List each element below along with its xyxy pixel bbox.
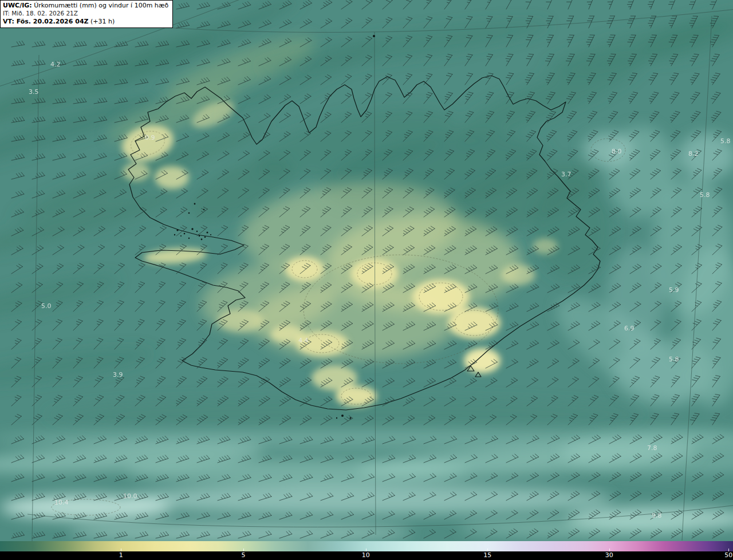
map-value-label: 5.0 (41, 302, 52, 310)
colorbar-tick-label: 1 (119, 551, 123, 559)
model-name: UWC/IG: (3, 2, 32, 9)
colorbar-tick-label: 10 (362, 551, 370, 559)
map-value-label: 5.8 (720, 137, 731, 145)
weather-map-app: 4.23.50.98.08.25.83.75.85.96.95.85.04.43… (0, 0, 733, 560)
map-value-label: 10.4 (54, 499, 69, 506)
map-value-label: 4.4 (298, 337, 309, 344)
valid-time: VT: Fös. 20.02.2026 04Z (3, 18, 89, 25)
map-value-label: 0.9 (145, 134, 155, 141)
map-value-label: 3.7 (561, 171, 572, 178)
valid-time-line: VT: Fös. 20.02.2026 04Z (+31 h) (3, 18, 168, 26)
colorbar-tick-label: 15 (483, 551, 491, 559)
map-value-label: 10.0 (123, 492, 137, 500)
map-value-label: 9.8 (652, 512, 662, 519)
colorbar-gradient (0, 541, 733, 551)
colorbar-tick-label: 50 (724, 551, 732, 559)
map-value-label: 8.2 (688, 150, 699, 157)
map-value-label: 4.2 (50, 61, 61, 68)
map-title-box: UWC/IG: Úrkomumætti (mm) og vindur í 100… (0, 0, 173, 28)
map-title: Úrkomumætti (mm) og vindur í 100m hæð (32, 2, 169, 9)
valid-offset: (+31 h) (89, 18, 115, 25)
map-value-label: 5.8 (669, 356, 679, 363)
map-value-label: 3.9 (113, 371, 123, 378)
colorbar-tick-label: 5 (241, 551, 245, 559)
colorbar-labels: 1510153050 (0, 551, 733, 560)
init-time: IT: Mið. 18. 02. 2026 21Z (3, 10, 168, 18)
map-value-label: 5.9 (669, 286, 679, 294)
map-value-label: 8.0 (612, 148, 622, 155)
weather-map: 4.23.50.98.08.25.83.75.85.96.95.85.04.43… (0, 0, 733, 541)
colorbar: 1510153050 (0, 541, 733, 560)
map-value-label: 7.8 (647, 444, 657, 452)
map-value-label: 3.5 (29, 88, 39, 96)
title-line: UWC/IG: Úrkomumætti (mm) og vindur í 100… (3, 2, 168, 10)
map-value-label: 6.9 (624, 325, 635, 332)
colorbar-tick-label: 30 (605, 551, 613, 559)
map-value-label: 5.8 (700, 191, 710, 199)
